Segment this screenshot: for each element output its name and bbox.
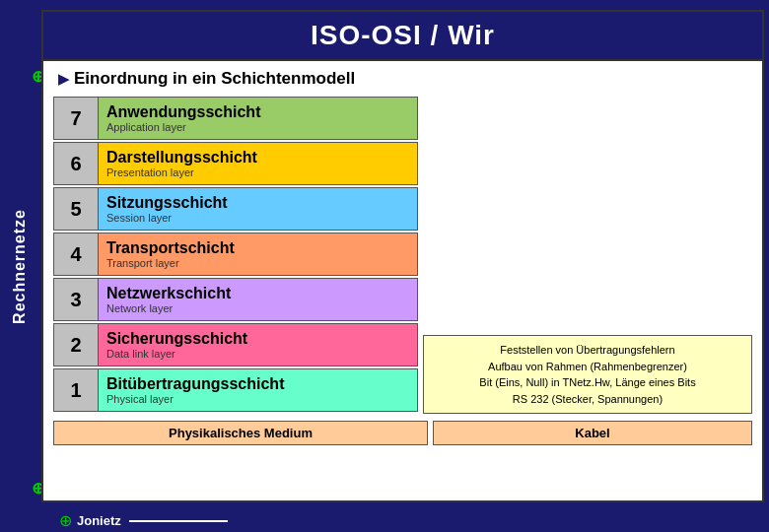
layers-container: 7 Anwendungsschicht Application layer 6 … (43, 97, 762, 419)
layer-content-7: Anwendungsschicht Application layer (99, 98, 417, 139)
layer-num-6: 6 (54, 143, 99, 184)
layers-table: 7 Anwendungsschicht Application layer 6 … (53, 97, 418, 414)
section-heading-text: Einordnung in ein Schichtenmodell (74, 69, 355, 89)
layer-sub-1: Physical layer (106, 393, 409, 405)
main-container: Rechnernetze ⊕ ⊕ ISO-OSI / Wir ▶ Einordn… (0, 0, 769, 532)
layer-row-4: 4 Transportschicht Transport layer (53, 233, 418, 276)
section-heading: ▶ Einordnung in ein Schichtenmodell (43, 61, 762, 97)
bottom-kabel: Kabel (433, 421, 752, 445)
layer-main-3: Netzwerkschicht (106, 285, 409, 302)
title-bar: ISO-OSI / Wir (43, 12, 762, 61)
content-area: ISO-OSI / Wir ▶ Einordnung in ein Schich… (41, 10, 764, 502)
layer-row-2: 2 Sicherungsschicht Data link layer (53, 323, 418, 366)
bottom-row: Physikalisches Medium Kabel (53, 421, 752, 445)
layer-row-5: 5 Sitzungsschicht Session layer (53, 187, 418, 231)
triangle-icon: ▶ (58, 71, 69, 87)
layer-row-7: 7 Anwendungsschicht Application layer (53, 97, 418, 140)
layer-main-2: Sicherungsschicht (106, 330, 409, 348)
layer-content-5: Sitzungsschicht Session layer (99, 188, 417, 230)
layer-main-5: Sitzungsschicht (106, 194, 409, 212)
info-box-text: Feststellen von ÜbertragungsfehlernAufba… (479, 342, 695, 407)
footer-line (129, 520, 228, 522)
layer-sub-6: Presentation layer (106, 166, 409, 178)
layer-content-1: Bitübertragungsschicht Physical layer (99, 369, 417, 411)
layer-sub-3: Network layer (106, 302, 409, 314)
page-title: ISO-OSI / Wir (43, 20, 762, 51)
sidebar-label: Rechnernetze (11, 209, 29, 324)
layer-num-1: 1 (54, 369, 99, 411)
layer-main-7: Anwendungsschicht (106, 103, 409, 121)
layer-row-3: 3 Netzwerkschicht Network layer (53, 278, 418, 321)
layer-num-7: 7 (54, 98, 99, 139)
layer-main-1: Bitübertragungsschicht (106, 375, 409, 393)
layer-num-3: 3 (54, 279, 99, 320)
layer-content-2: Sicherungsschicht Data link layer (99, 324, 417, 366)
layer-content-3: Netzwerkschicht Network layer (99, 279, 417, 320)
layer-num-4: 4 (54, 233, 99, 275)
layer-sub-2: Data link layer (106, 348, 409, 360)
layer-row-6: 6 Darstellungsschicht Presentation layer (53, 142, 418, 185)
layer-sub-5: Session layer (106, 212, 409, 224)
bottom-medium: Physikalisches Medium (53, 421, 428, 445)
layer-num-5: 5 (54, 188, 99, 230)
footer: ⊕ Jonietz (59, 511, 228, 530)
layer-main-4: Transportschicht (106, 239, 409, 257)
footer-name: Jonietz (77, 513, 121, 528)
layer-sub-7: Application layer (106, 121, 409, 133)
layer-num-2: 2 (54, 324, 99, 366)
layer-row-1: 1 Bitübertragungsschicht Physical layer (53, 368, 418, 412)
info-box: Feststellen von ÜbertragungsfehlernAufba… (423, 335, 752, 414)
layer-content-4: Transportschicht Transport layer (99, 233, 417, 275)
layer-main-6: Darstellungsschicht (106, 149, 409, 166)
footer-plus-icon: ⊕ (59, 511, 72, 530)
layer-sub-4: Transport layer (106, 257, 409, 269)
layer-content-6: Darstellungsschicht Presentation layer (99, 143, 417, 184)
